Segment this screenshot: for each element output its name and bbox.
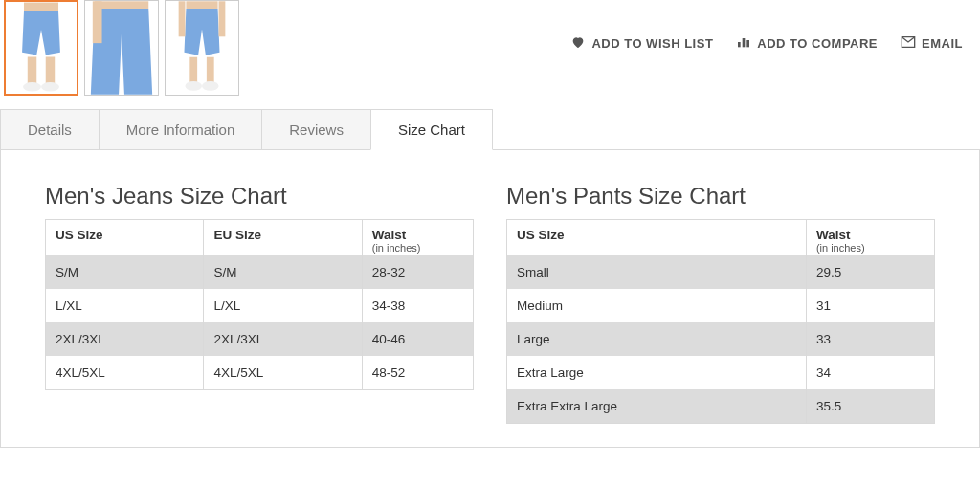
tab-size-chart[interactable]: Size Chart [370,109,493,150]
thumbnail-2[interactable] [84,0,159,96]
table-cell: Large [507,322,807,356]
compare-label: ADD TO COMPARE [757,36,878,51]
table-cell: Extra Extra Large [507,389,807,424]
svg-point-4 [23,82,41,91]
table-cell: L/XL [204,289,362,322]
product-thumbnails [4,0,239,96]
table-row: Small29.5 [507,255,935,289]
product-action-links: ADD TO WISH LIST ADD TO COMPARE EMAIL [570,0,976,53]
table-cell: 40-46 [362,322,473,356]
table-row: Extra Extra Large35.5 [507,389,935,424]
table-cell: 2XL/3XL [204,322,362,356]
svg-rect-19 [747,40,750,47]
pants-size-table: US Size Waist (in inches) Small29.5Mediu… [506,219,935,424]
table-row: 2XL/3XL2XL/3XL40-46 [46,322,474,356]
pants-header-waist: Waist (in inches) [806,220,934,256]
table-cell: Small [507,255,807,289]
thumbnail-1[interactable] [4,0,78,96]
table-cell: 33 [806,322,934,356]
svg-rect-1 [24,3,58,11]
table-cell: Medium [507,289,807,322]
svg-rect-11 [189,57,197,83]
svg-rect-10 [186,1,217,9]
table-cell: 4XL/5XL [46,356,204,390]
table-cell: 35.5 [806,389,934,424]
svg-point-13 [185,81,202,91]
bar-chart-icon [736,34,751,53]
svg-rect-3 [46,56,55,83]
svg-rect-15 [179,1,186,36]
table-cell: 29.5 [806,255,934,289]
jeans-size-table: US Size EU Size Waist (in inches) S/MS/M… [45,219,474,390]
svg-point-14 [202,81,219,91]
product-tabs: Details More Information Reviews Size Ch… [0,109,980,150]
jeans-header-waist: Waist (in inches) [362,220,473,256]
tab-reviews[interactable]: Reviews [261,109,371,149]
table-row: L/XLL/XL34-38 [46,289,474,322]
table-cell: 31 [806,289,934,322]
table-row: Extra Large34 [507,356,935,389]
table-row: S/MS/M28-32 [46,255,474,289]
table-cell: 48-52 [362,356,473,390]
table-cell: 28-32 [362,255,473,289]
table-row: Medium31 [507,289,935,322]
pants-size-chart: Men's Pants Size Chart US Size Waist (in… [506,183,935,424]
pants-chart-title: Men's Pants Size Chart [506,183,935,210]
table-cell: 4XL/5XL [204,356,362,390]
svg-rect-18 [743,38,746,47]
svg-rect-16 [219,1,226,36]
table-row: Large33 [507,322,935,356]
svg-rect-2 [28,56,36,83]
thumbnail-3[interactable] [165,0,239,96]
svg-rect-12 [207,57,214,83]
jeans-header-eu: EU Size [204,220,362,256]
table-cell: 34 [806,356,934,389]
tab-details[interactable]: Details [0,109,100,149]
table-cell: L/XL [46,289,204,322]
svg-rect-8 [93,1,102,43]
jeans-chart-title: Men's Jeans Size Chart [45,183,474,210]
wishlist-label: ADD TO WISH LIST [591,36,713,51]
pants-header-us: US Size [507,220,807,256]
table-cell: Extra Large [507,356,807,389]
svg-rect-7 [95,1,149,9]
table-cell: 34-38 [362,289,473,322]
envelope-icon [901,34,916,53]
add-to-wishlist-button[interactable]: ADD TO WISH LIST [570,34,713,53]
table-cell: 2XL/3XL [46,322,204,356]
table-row: 4XL/5XL4XL/5XL48-52 [46,356,474,390]
jeans-header-us: US Size [46,220,204,256]
add-to-compare-button[interactable]: ADD TO COMPARE [736,34,878,53]
table-cell: S/M [46,255,204,289]
heart-icon [570,34,586,53]
svg-rect-17 [738,42,741,47]
svg-point-5 [41,82,59,91]
email-label: EMAIL [922,36,963,51]
jeans-size-chart: Men's Jeans Size Chart US Size EU Size W… [45,183,474,424]
table-cell: S/M [204,255,362,289]
email-button[interactable]: EMAIL [901,34,963,53]
tab-content-size-chart: Men's Jeans Size Chart US Size EU Size W… [0,150,980,448]
tab-more-information[interactable]: More Information [99,109,262,149]
